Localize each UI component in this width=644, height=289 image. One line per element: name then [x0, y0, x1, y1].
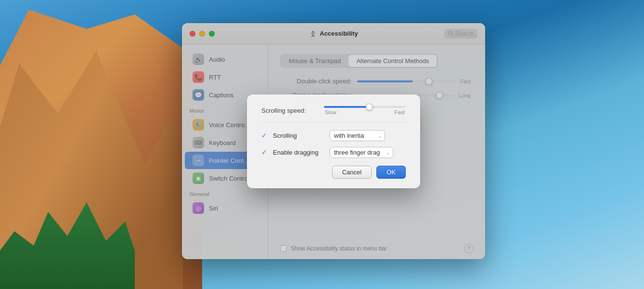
slider-labels: Slow Fast	[324, 109, 406, 115]
scrolling-speed-label: Scrolling speed:	[261, 107, 324, 114]
modal-divider	[261, 122, 406, 122]
enable-dragging-row: ✓ Enable dragging three finger drag with…	[261, 147, 406, 158]
scrolling-speed-slider[interactable]	[324, 106, 406, 108]
enable-dragging-label: Enable dragging	[273, 149, 326, 156]
slider-slow-label: Slow	[325, 109, 336, 115]
dragging-select-wrapper: three finger drag without drag lock with…	[330, 147, 393, 158]
scrolling-check-label: Scrolling	[273, 132, 326, 139]
accessibility-window: Accessibility Search 🔈 Audio 📞 RTT 💬	[182, 23, 485, 259]
scrolling-speed-row: Scrolling speed: Slow Fast	[261, 106, 406, 115]
modal-overlay: Scrolling speed: Slow Fast ✓ Scrolling	[182, 23, 485, 259]
ok-button[interactable]: OK	[376, 166, 406, 179]
scrolling-speed-slider-area: Slow Fast	[324, 106, 406, 115]
trackpad-options-modal: Scrolling speed: Slow Fast ✓ Scrolling	[247, 94, 420, 188]
modal-buttons: Cancel OK	[261, 166, 406, 179]
scrolling-check-row: ✓ Scrolling with inertia without inertia	[261, 130, 406, 141]
scrolling-checkmark-icon: ✓	[261, 131, 269, 139]
slider-fast-label: Fast	[395, 109, 405, 115]
cancel-button[interactable]: Cancel	[332, 166, 372, 179]
enable-dragging-checkmark-icon: ✓	[261, 148, 269, 156]
scrolling-select[interactable]: with inertia without inertia	[330, 130, 385, 141]
scrolling-select-wrapper: with inertia without inertia	[330, 130, 385, 141]
dragging-select[interactable]: three finger drag without drag lock with…	[330, 147, 393, 158]
